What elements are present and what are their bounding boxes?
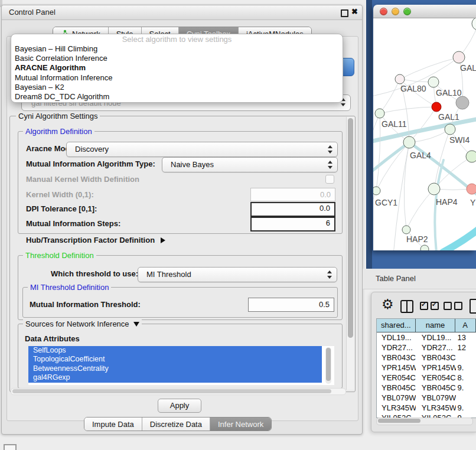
- attribute-option-topologicalcoefficient[interactable]: TopologicalCoefficient: [28, 355, 322, 364]
- network-node-gcy1[interactable]: [373, 187, 380, 195]
- manual-kernel-checkbox[interactable]: [325, 175, 334, 184]
- table-row[interactable]: YBL079WYBL079W: [377, 393, 476, 403]
- aracne-mode-combobox[interactable]: Discovery: [66, 142, 338, 157]
- network-edge[interactable]: [409, 107, 436, 142]
- column-header-name[interactable]: name: [416, 319, 456, 332]
- network-node-gal4[interactable]: [403, 136, 415, 148]
- table-cell: 9.: [456, 383, 476, 393]
- settings-horizontal-scrollbar[interactable]: [11, 388, 346, 395]
- table-row[interactable]: YBR043CYBR043C: [377, 353, 476, 363]
- deselect-checkbox-icon[interactable]: [444, 302, 452, 310]
- algorithm-option-bayesian-hill-climbing[interactable]: Bayesian – Hill Climbing: [11, 44, 343, 54]
- scrollbar-thumb[interactable]: [378, 419, 420, 423]
- gear-icon[interactable]: ⚙: [382, 298, 394, 311]
- network-view-window: GAL8GAL80GAL10GAL1GAL11SWI4GAL4GCY1HAP4Y…: [373, 5, 476, 250]
- table-cell: YDR27...: [416, 343, 456, 353]
- algorithm-option-mutual-information-inference[interactable]: Mutual Information Inference: [11, 73, 343, 83]
- network-edge[interactable]: [380, 79, 400, 113]
- zoom-traffic-light-icon[interactable]: [403, 8, 411, 15]
- table-row[interactable]: YDR27...YDR27...12: [377, 343, 476, 353]
- network-canvas[interactable]: GAL8GAL80GAL10GAL1GAL11SWI4GAL4GCY1HAP4Y…: [373, 18, 476, 250]
- table-horizontal-scrollbar[interactable]: [376, 418, 473, 425]
- hub-definition-toggle[interactable]: Hub/Transcription Factor Definition: [26, 236, 165, 244]
- table-body: YDL19...YDL19...13YDR27...YDR27...12YBR0…: [377, 332, 476, 418]
- select-all-checkbox-icon[interactable]: [431, 302, 439, 310]
- split-columns-icon[interactable]: [400, 300, 413, 313]
- network-node-green-right[interactable]: [466, 151, 476, 162]
- mi-threshold-field[interactable]: 0.5: [248, 298, 334, 312]
- column-header-a[interactable]: A: [455, 319, 476, 332]
- settings-vertical-scrollbar[interactable]: [346, 117, 354, 390]
- network-node-hap4[interactable]: [428, 183, 440, 195]
- table-cell: YDR27...: [377, 343, 416, 353]
- table-cell: YBL079W: [377, 393, 416, 403]
- scrollbar-thumb[interactable]: [348, 118, 353, 338]
- algorithm-option-dream8-dc-tdc-algorithm[interactable]: Dream8 DC_TDC Algorithm: [11, 92, 343, 102]
- scrollbar-thumb[interactable]: [326, 348, 331, 381]
- network-node-gray-node[interactable]: [456, 96, 469, 109]
- dock-panel-icon[interactable]: [4, 444, 17, 450]
- deselect-checkbox-icon[interactable]: [454, 302, 462, 310]
- table-cell: YBR045C: [416, 383, 456, 393]
- table-row[interactable]: YER054CYER054C8.: [377, 373, 476, 383]
- collapse-arrow-icon[interactable]: [133, 322, 139, 327]
- network-node-hap2[interactable]: [402, 226, 410, 234]
- attribute-option-selfloops[interactable]: SelfLoops: [28, 346, 322, 355]
- mi-type-combobox[interactable]: Naive Bayes: [162, 157, 338, 172]
- node-label-gal8: GAL8: [460, 63, 476, 73]
- hub-definition-label: Hub/Transcription Factor Definition: [26, 236, 155, 244]
- tab-infer-network[interactable]: Infer Network: [210, 418, 271, 431]
- close-icon[interactable]: ✖: [351, 7, 358, 16]
- attributes-scrollbar[interactable]: [325, 347, 331, 384]
- network-edge-thick[interactable]: [443, 229, 476, 250]
- network-node-green-bottom[interactable]: [420, 245, 429, 250]
- table-cell: YIL052C: [416, 413, 456, 418]
- network-node-partial-top[interactable]: [472, 18, 476, 30]
- tab-discretize-data[interactable]: Discretize Data: [142, 418, 210, 431]
- table-panel-window: ⚙ shared...nameA YDL19...YDL19...13YDR27…: [371, 292, 476, 432]
- node-label-swi4: SWI4: [449, 135, 470, 145]
- algorithm-option-aracne-algorithm[interactable]: ARACNE Algorithm: [11, 63, 343, 73]
- network-node-gal1[interactable]: [432, 102, 441, 112]
- network-node-gal80[interactable]: [395, 74, 405, 84]
- tab-impute-data[interactable]: Impute Data: [84, 418, 142, 431]
- network-edge[interactable]: [376, 113, 380, 191]
- algorithm-option-basic-correlation-inference[interactable]: Basic Correlation Inference: [11, 54, 343, 63]
- network-node-gal11[interactable]: [375, 109, 384, 118]
- minimize-traffic-light-icon[interactable]: [392, 8, 399, 15]
- group-title: MI Threshold Definition: [28, 283, 111, 292]
- table-row[interactable]: YDL19...YDL19...13: [377, 332, 476, 343]
- attribute-option-betweennesscentrality[interactable]: BetweennessCentrality: [28, 364, 322, 373]
- close-traffic-light-icon[interactable]: [380, 8, 387, 15]
- node-label-hap2: HAP2: [406, 234, 428, 244]
- dpi-tolerance-field[interactable]: 0.0: [250, 202, 335, 217]
- sources-title-label: Sources for Network Inference: [25, 319, 129, 328]
- table-row[interactable]: YPR145WYPR145W9.: [377, 363, 476, 373]
- scrollbar-thumb[interactable]: [12, 389, 331, 393]
- kernel-width-field[interactable]: 0.0: [250, 188, 335, 201]
- column-header-shared[interactable]: shared...: [377, 319, 416, 332]
- network-graph[interactable]: GAL8GAL80GAL10GAL1GAL11SWI4GAL4GCY1HAP4Y…: [373, 18, 476, 250]
- mi-steps-field[interactable]: 6: [250, 217, 335, 231]
- float-window-icon[interactable]: [341, 9, 348, 17]
- network-node-salmon[interactable]: [467, 184, 476, 194]
- network-node-swi4[interactable]: [445, 124, 455, 135]
- algorithm-option-bayesian-k2[interactable]: Bayesian – K2: [11, 83, 343, 92]
- table-row[interactable]: YBR045CYBR045C9.: [377, 383, 476, 393]
- attribute-option-gal4rgexp[interactable]: gal4RGexp: [28, 373, 322, 382]
- network-node-pink-top[interactable]: [453, 51, 465, 63]
- stepper-arrows-icon: [328, 145, 333, 154]
- network-edge[interactable]: [380, 107, 436, 113]
- sources-group-title[interactable]: Sources for Network Inference: [23, 319, 142, 328]
- table-row[interactable]: YIL052CYIL052C9.: [377, 413, 476, 418]
- data-attributes-list: SelfLoopsTopologicalCoefficientBetweenne…: [28, 346, 334, 385]
- select-all-checkbox-icon[interactable]: [420, 302, 428, 310]
- expand-arrow-icon[interactable]: [161, 237, 165, 243]
- new-table-icon[interactable]: [470, 299, 476, 314]
- network-node-gal10[interactable]: [428, 77, 439, 87]
- network-edge[interactable]: [406, 189, 434, 230]
- table-row[interactable]: YLR345WYLR345W9.: [377, 403, 476, 413]
- table-cell: 13: [456, 332, 476, 343]
- apply-button[interactable]: Apply: [158, 399, 201, 413]
- which-threshold-combobox[interactable]: MI Threshold: [138, 267, 337, 282]
